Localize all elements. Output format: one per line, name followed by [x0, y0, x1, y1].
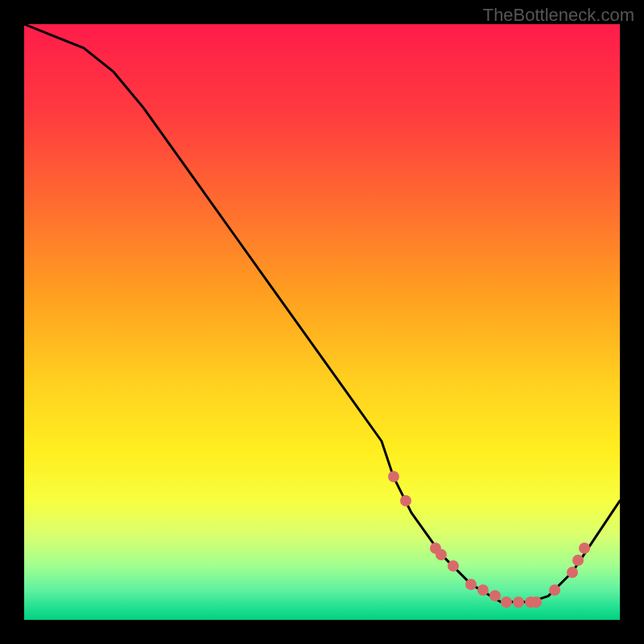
data-marker	[567, 567, 578, 578]
data-marker	[579, 543, 590, 554]
watermark-text: TheBottleneck.com	[483, 5, 634, 26]
data-marker	[400, 495, 411, 506]
data-markers	[24, 24, 620, 620]
data-marker	[448, 560, 459, 572]
data-marker	[530, 597, 542, 608]
data-marker	[489, 590, 501, 601]
data-marker	[465, 579, 477, 590]
data-marker	[436, 549, 447, 560]
data-marker	[477, 584, 489, 596]
data-marker	[572, 555, 584, 566]
data-marker	[513, 597, 524, 608]
data-marker	[388, 471, 399, 482]
data-marker	[549, 584, 560, 596]
chart-area	[24, 24, 620, 620]
data-marker	[501, 597, 512, 608]
